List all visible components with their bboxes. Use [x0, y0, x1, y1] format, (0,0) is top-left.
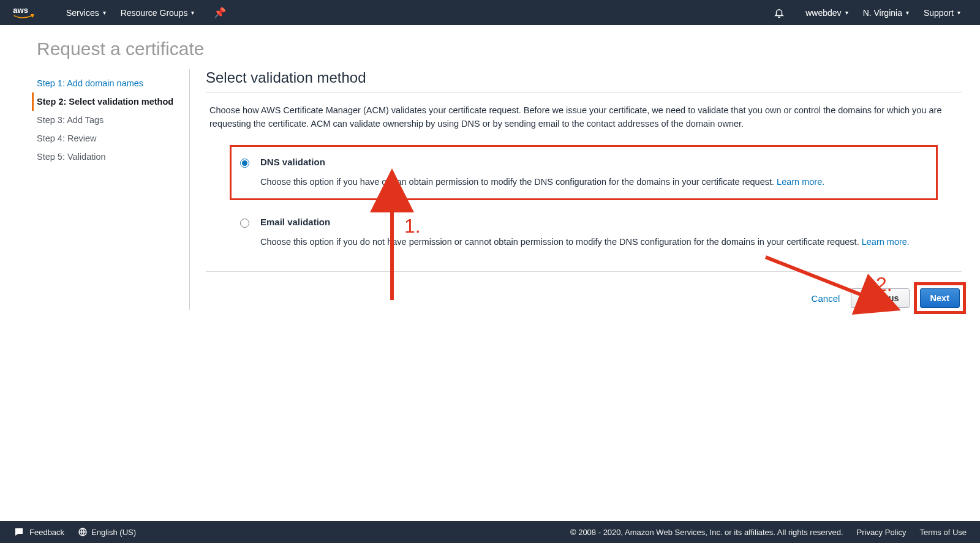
main-panel: Select validation method Choose how AWS … — [190, 69, 962, 310]
account-label: wwebdev — [805, 8, 841, 18]
account-menu[interactable]: wwebdev ▾ — [798, 0, 855, 25]
language-label: English (US) — [91, 528, 136, 537]
svg-text:aws: aws — [13, 6, 28, 15]
terms-of-use-link[interactable]: Terms of Use — [919, 528, 967, 537]
learn-more-link-email[interactable]: Learn more. — [862, 237, 910, 247]
option-email-title: Email validation — [260, 217, 910, 227]
chevron-down-icon: ▾ — [906, 9, 909, 16]
services-menu[interactable]: Services ▾ — [59, 0, 113, 25]
option-dns-desc-text: Choose this option if you have or can ob… — [260, 177, 777, 187]
step-3-add-tags: Step 3: Add Tags — [32, 111, 189, 129]
notification-bell-icon[interactable] — [766, 0, 792, 25]
page-title: Request a certificate — [0, 25, 980, 69]
resource-groups-label: Resource Groups — [121, 8, 188, 18]
next-button-highlight: Next — [918, 286, 962, 310]
feedback-link[interactable]: Feedback — [13, 526, 64, 537]
section-title: Select validation method — [206, 69, 962, 93]
radio-email-validation[interactable] — [240, 219, 249, 228]
cancel-link[interactable]: Cancel — [812, 293, 840, 304]
step-5-validation: Step 5: Validation — [32, 148, 189, 166]
option-dns-validation[interactable]: DNS validation Choose this option if you… — [230, 146, 937, 200]
feedback-label: Feedback — [29, 528, 64, 537]
support-menu[interactable]: Support ▾ — [916, 0, 968, 25]
resource-groups-menu[interactable]: Resource Groups ▾ — [113, 0, 202, 25]
support-label: Support — [924, 8, 954, 18]
section-description: Choose how AWS Certificate Manager (ACM)… — [206, 93, 962, 146]
privacy-policy-link[interactable]: Privacy Policy — [857, 528, 907, 537]
button-row: Cancel Previous Next — [206, 277, 962, 310]
previous-button[interactable]: Previous — [851, 288, 909, 308]
option-dns-title: DNS validation — [260, 157, 824, 167]
copyright-text: © 2008 - 2020, Amazon Web Services, Inc.… — [570, 528, 843, 537]
radio-dns-validation[interactable] — [240, 159, 249, 168]
chevron-down-icon: ▾ — [845, 9, 848, 16]
chevron-down-icon: ▾ — [103, 9, 106, 16]
top-nav: aws Services ▾ Resource Groups ▾ 📌 wwebd… — [0, 0, 980, 25]
step-4-review: Step 4: Review — [32, 129, 189, 148]
chevron-down-icon: ▾ — [191, 9, 194, 16]
step-1-add-domain-names[interactable]: Step 1: Add domain names — [32, 74, 189, 92]
option-dns-description: Choose this option if you have or can ob… — [260, 176, 824, 189]
language-selector[interactable]: English (US) — [78, 527, 136, 537]
step-2-select-validation-method[interactable]: Step 2: Select validation method — [32, 92, 189, 111]
option-email-description: Choose this option if you do not have pe… — [260, 236, 910, 249]
wizard-steps-sidebar: Step 1: Add domain names Step 2: Select … — [32, 69, 190, 310]
region-menu[interactable]: N. Virginia ▾ — [856, 0, 916, 25]
option-email-validation[interactable]: Email validation Choose this option if y… — [230, 206, 937, 260]
region-label: N. Virginia — [863, 8, 902, 18]
services-label: Services — [66, 8, 99, 18]
aws-logo[interactable]: aws — [12, 5, 40, 21]
learn-more-link-dns[interactable]: Learn more. — [777, 177, 824, 187]
next-button[interactable]: Next — [920, 288, 960, 308]
pin-icon[interactable]: 📌 — [206, 0, 233, 25]
option-email-desc-text: Choose this option if you do not have pe… — [260, 237, 862, 247]
footer: Feedback English (US) © 2008 - 2020, Ama… — [0, 521, 980, 543]
chevron-down-icon: ▾ — [957, 9, 960, 16]
